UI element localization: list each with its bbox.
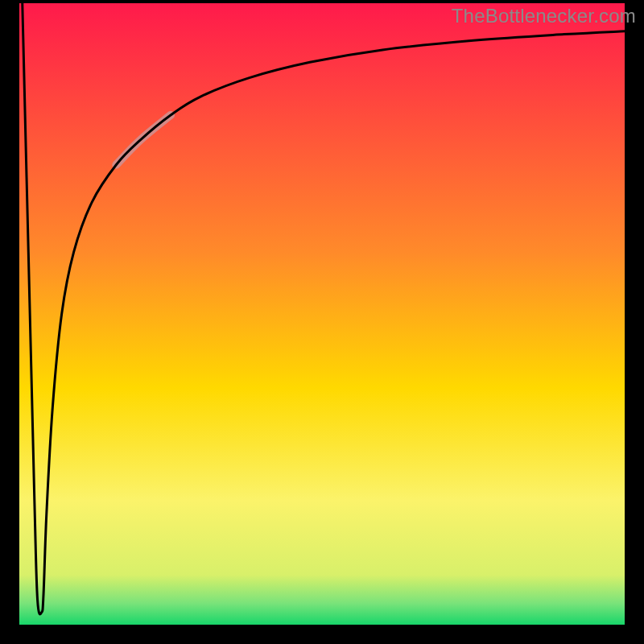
svg-rect-2 bbox=[0, 0, 19, 644]
svg-rect-0 bbox=[0, 0, 644, 3]
plot-background bbox=[19, 3, 625, 625]
svg-rect-1 bbox=[0, 625, 644, 644]
chart-container: TheBottlenecker.com bbox=[0, 0, 644, 644]
svg-rect-3 bbox=[625, 0, 644, 644]
bottleneck-chart bbox=[0, 0, 644, 644]
